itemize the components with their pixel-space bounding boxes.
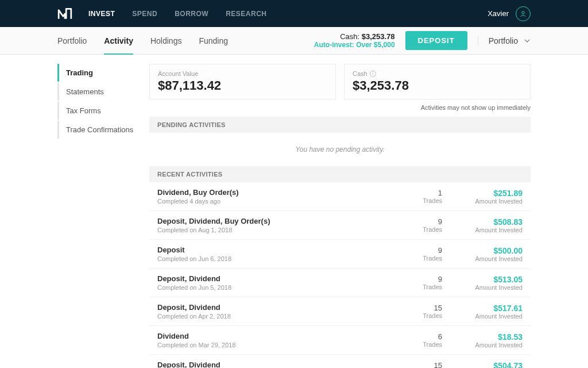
activity-row[interactable]: DepositCompleted on Jun 6, 20189Trades$5… (149, 240, 531, 269)
activity-trades: 6Trades (396, 332, 442, 348)
activity-count: 1 (396, 189, 442, 197)
autoinvest-line[interactable]: Auto-invest: Over $5,000 (314, 41, 395, 49)
activity-left: Deposit, DividendCompleted on Mar 5, 201… (157, 361, 396, 368)
sidebar-item-trade-confirmations[interactable]: Trade Confirmations (57, 121, 138, 139)
pending-header: PENDING ACTIVITIES (149, 117, 531, 133)
activity-row[interactable]: Dividend, Buy Order(s)Completed 4 days a… (149, 182, 531, 211)
activity-left: Dividend, Buy Order(s)Completed 4 days a… (157, 188, 396, 205)
activity-sub: Completed 4 days ago (157, 198, 396, 205)
activity-count-label: Trades (396, 312, 442, 319)
info-icon[interactable]: i (370, 71, 376, 77)
topnav: INVEST SPEND BORROW RESEARCH (88, 10, 267, 18)
activity-left: Deposit, Dividend, Buy Order(s)Completed… (157, 217, 396, 233)
user-icon (520, 10, 527, 17)
activity-trades: 1Trades (396, 189, 442, 204)
topbar-right: Xavier (488, 6, 531, 21)
activity-sub: Completed on Mar 29, 2018 (157, 342, 396, 348)
activity-count: 15 (396, 361, 442, 368)
tab-activity[interactable]: Activity (104, 27, 133, 54)
activity-amount: $18.53 (442, 332, 523, 342)
sidebar-item-trading[interactable]: Trading (57, 64, 138, 82)
activity-amount: $251.89 (442, 189, 523, 198)
sidebar: Trading Statements Tax Forms Trade Confi… (57, 64, 138, 368)
account-value-label: Account Value (158, 70, 327, 77)
activity-title: Deposit (157, 246, 396, 254)
activity-amount-block: $251.89Amount Invested (442, 189, 523, 205)
activity-left: Deposit, DividendCompleted on Jun 5, 201… (157, 274, 396, 291)
activity-sub: Completed on Jun 6, 2018 (157, 255, 396, 262)
avatar[interactable] (516, 6, 531, 21)
summary-cards: Account Value $87,113.42 Cash i $3,253.7… (149, 64, 531, 99)
activity-amount-label: Amount Invested (442, 342, 523, 348)
activity-trades: 9Trades (396, 275, 442, 290)
activity-title: Deposit, Dividend (157, 274, 396, 283)
tab-portfolio[interactable]: Portfolio (57, 27, 87, 54)
activity-count: 9 (396, 246, 442, 255)
tab-holdings[interactable]: Holdings (150, 27, 181, 54)
topnav-research[interactable]: RESEARCH (226, 10, 266, 18)
subheader: Portfolio Activity Holdings Funding Cash… (0, 27, 588, 55)
activity-amount: $504.73 (442, 361, 523, 369)
account-value-card: Account Value $87,113.42 (149, 64, 336, 99)
cash-card-label-row: Cash i (353, 70, 522, 77)
activity-row[interactable]: DividendCompleted on Mar 29, 20186Trades… (149, 326, 531, 355)
activity-left: Deposit, DividendCompleted on Apr 2, 201… (157, 303, 396, 320)
activity-row[interactable]: Deposit, Dividend, Buy Order(s)Completed… (149, 211, 531, 240)
activity-title: Deposit, Dividend (157, 361, 396, 368)
pending-empty: You have no pending activity. (149, 133, 531, 166)
activity-sub: Completed on Jun 5, 2018 (157, 284, 396, 291)
activity-row[interactable]: Deposit, DividendCompleted on Jun 5, 201… (149, 269, 531, 297)
sidebar-item-tax-forms[interactable]: Tax Forms (57, 102, 138, 120)
subheader-right: Cash: $3,253.78 Auto-invest: Over $5,000… (314, 31, 531, 50)
username: Xavier (488, 9, 509, 18)
main: Trading Statements Tax Forms Trade Confi… (0, 55, 588, 368)
topbar: INVEST SPEND BORROW RESEARCH Xavier (0, 0, 588, 27)
activity-title: Deposit, Dividend, Buy Order(s) (157, 217, 396, 225)
autoinvest-value: Over $5,000 (356, 41, 394, 49)
deposit-button[interactable]: DEPOSIT (405, 31, 467, 50)
activity-trades: 9Trades (396, 217, 442, 233)
topnav-spend[interactable]: SPEND (132, 10, 157, 18)
activity-amount-label: Amount Invested (442, 255, 523, 262)
m1-logo-icon[interactable] (57, 6, 72, 21)
portfolio-selector-label: Portfolio (489, 36, 518, 45)
content: Account Value $87,113.42 Cash i $3,253.7… (149, 64, 531, 368)
activity-left: DividendCompleted on Mar 29, 2018 (157, 332, 396, 348)
activity-count: 6 (396, 332, 442, 341)
activity-trades: 9Trades (396, 246, 442, 262)
cash-line: Cash: $3,253.78 (314, 32, 395, 41)
activity-amount-block: $517.61Amount Invested (442, 304, 523, 320)
activity-amount-label: Amount Invested (442, 284, 523, 291)
activity-amount-block: $504.73Amount Invested (442, 361, 523, 369)
activity-count-label: Trades (396, 283, 442, 290)
activity-amount-label: Amount Invested (442, 198, 523, 205)
topnav-borrow[interactable]: BORROW (175, 10, 208, 18)
activity-count-label: Trades (396, 197, 442, 204)
activity-amount: $508.83 (442, 217, 523, 227)
autoinvest-label: Auto-invest: (314, 41, 354, 49)
activity-amount-block: $500.00Amount Invested (442, 246, 523, 262)
topnav-invest[interactable]: INVEST (88, 10, 115, 18)
cash-card-value: $3,253.78 (353, 78, 522, 93)
activity-row[interactable]: Deposit, DividendCompleted on Mar 5, 201… (149, 355, 531, 368)
activity-title: Deposit, Dividend (157, 303, 396, 312)
activity-list: Dividend, Buy Order(s)Completed 4 days a… (149, 182, 531, 368)
activity-sub: Completed on Aug 1, 2018 (157, 227, 396, 233)
activity-amount-label: Amount Invested (442, 227, 523, 233)
tab-funding[interactable]: Funding (199, 27, 228, 54)
activity-title: Dividend, Buy Order(s) (157, 188, 396, 197)
cash-label: Cash: (340, 32, 359, 41)
sidebar-item-statements[interactable]: Statements (57, 83, 138, 101)
activity-trades: 15Trades (396, 361, 442, 368)
activity-row[interactable]: Deposit, DividendCompleted on Apr 2, 201… (149, 297, 531, 326)
recent-header: RECENT ACTIVITIES (149, 166, 531, 182)
cash-card: Cash i $3,253.78 (344, 64, 531, 99)
cash-summary: Cash: $3,253.78 Auto-invest: Over $5,000 (314, 32, 395, 49)
subnav: Portfolio Activity Holdings Funding (57, 27, 228, 54)
activity-count-label: Trades (396, 226, 442, 233)
portfolio-selector[interactable]: Portfolio (478, 36, 531, 45)
activity-trades: 15Trades (396, 304, 442, 319)
activity-amount: $500.00 (442, 246, 523, 255)
activity-sub: Completed on Apr 2, 2018 (157, 313, 396, 320)
activity-amount: $517.61 (442, 304, 523, 313)
